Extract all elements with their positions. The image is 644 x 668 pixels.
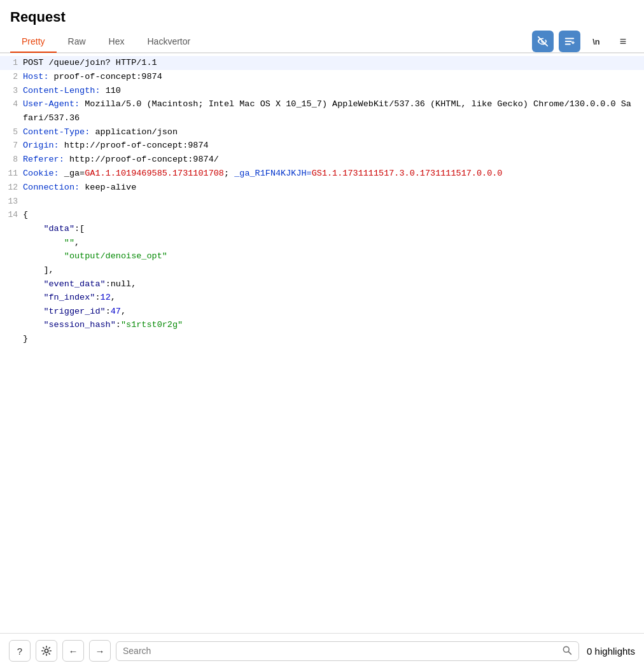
code-line-json-bracket: ],: [0, 263, 644, 277]
line-num-4: 4: [0, 97, 23, 111]
search-input[interactable]: [123, 646, 557, 656]
line-content-12: Connection: keep-alive: [23, 181, 644, 195]
request-header: Request: [0, 0, 644, 31]
eye-off-button[interactable]: [532, 31, 554, 52]
line-content-json-trigger: "trigger_id":47,: [23, 305, 644, 319]
highlights-count: 0 highlights: [587, 646, 635, 657]
code-line-2: 2 Host: proof-of-concept:9874: [0, 70, 644, 84]
code-line-json-event: "event_data":null,: [0, 277, 644, 291]
line-content-7: Origin: http://proof-of-concept:9874: [23, 139, 644, 153]
code-line-json-trigger: "trigger_id":47,: [0, 305, 644, 319]
line-num-json-fn: [0, 291, 23, 291]
tabs-right: \n ≡: [532, 31, 634, 52]
search-box: [116, 641, 579, 661]
line-num-2: 2: [0, 70, 23, 84]
menu-button[interactable]: ≡: [612, 31, 634, 52]
line-num-json-denoise: [0, 249, 23, 250]
tabs-left: Pretty Raw Hex Hackvertor: [10, 31, 532, 52]
line-num-8: 8: [0, 153, 23, 167]
line-num-json-close: [0, 332, 23, 333]
line-num-json-data: [0, 222, 23, 223]
line-content-3: Content-Length: 110: [23, 84, 644, 98]
line-content-11: Cookie: _ga=GA1.1.1019469585.1731101708;…: [23, 167, 644, 181]
line-content-json-empty: "",: [23, 236, 644, 250]
line-content-14: {: [23, 208, 644, 222]
line-num-5: 5: [0, 125, 23, 139]
line-content-json-event: "event_data":null,: [23, 277, 644, 291]
line-content-json-denoise: "output/denoise_opt": [23, 249, 644, 263]
line-num-12: 12: [0, 181, 23, 195]
line-num-13: 13: [0, 195, 23, 209]
line-num-json-session: [0, 318, 23, 319]
line-content-2: Host: proof-of-concept:9874: [23, 70, 644, 84]
code-line-json-close: }: [0, 332, 644, 346]
svg-rect-0: [565, 38, 574, 39]
line-content-json-fn: "fn_index":12,: [23, 291, 644, 305]
code-line-11: 11 Cookie: _ga=GA1.1.1019469585.17311017…: [0, 167, 644, 181]
line-num-3: 3: [0, 84, 23, 98]
line-content-8: Referer: http://proof-of-concept:9874/: [23, 153, 644, 167]
line-content-5: Content-Type: application/json: [23, 125, 644, 139]
tab-raw[interactable]: Raw: [57, 31, 97, 52]
svg-rect-2: [565, 44, 571, 45]
settings-button[interactable]: [36, 640, 57, 662]
code-line-json-empty-str: "",: [0, 236, 644, 250]
code-line-json-fn: "fn_index":12,: [0, 291, 644, 305]
code-line-14: 14 {: [0, 208, 644, 222]
tab-hex[interactable]: Hex: [97, 31, 136, 52]
code-line-json-session: "session_hash":"s1rtst0r2g": [0, 318, 644, 332]
eye-off-icon: [537, 36, 549, 47]
code-line-7: 7 Origin: http://proof-of-concept:9874: [0, 139, 644, 153]
forward-button[interactable]: →: [89, 640, 111, 662]
back-button[interactable]: ←: [62, 640, 84, 662]
back-icon: ←: [69, 646, 78, 657]
search-icon: [562, 645, 572, 657]
line-content-1: POST /queue/join? HTTP/1.1: [23, 56, 644, 70]
code-line-json-denoise: "output/denoise_opt": [0, 249, 644, 263]
svg-rect-1: [565, 41, 572, 42]
newline-button[interactable]: \n: [585, 31, 607, 52]
code-line-8: 8 Referer: http://proof-of-concept:9874/: [0, 153, 644, 167]
line-num-json-empty: [0, 236, 23, 237]
line-content-json-session: "session_hash":"s1rtst0r2g": [23, 318, 644, 332]
wrap-button[interactable]: [559, 31, 580, 52]
tab-pretty[interactable]: Pretty: [10, 31, 57, 52]
line-num-json-event: [0, 277, 23, 278]
code-line-1: 1 POST /queue/join? HTTP/1.1: [0, 56, 644, 70]
code-line-json-data: "data":[: [0, 222, 644, 236]
line-content-json-close: }: [23, 332, 644, 346]
help-icon: ?: [17, 646, 22, 657]
tabs-bar: Pretty Raw Hex Hackvertor \n ≡: [0, 31, 644, 53]
code-line-5: 5 Content-Type: application/json: [0, 125, 644, 139]
line-content-4: User-Agent: Mozilla/5.0 (Macintosh; Inte…: [23, 97, 644, 125]
gear-icon: [41, 645, 52, 657]
code-line-13: 13: [0, 195, 644, 209]
line-num-json-trigger: [0, 305, 23, 305]
tab-hackvertor[interactable]: Hackvertor: [136, 31, 202, 52]
line-content-json-data: "data":[: [23, 222, 644, 236]
line-num-1: 1: [0, 56, 23, 70]
code-line-12: 12 Connection: keep-alive: [0, 181, 644, 195]
line-content-json-bracket: ],: [23, 263, 644, 277]
code-line-3: 3 Content-Length: 110: [0, 84, 644, 98]
help-button[interactable]: ?: [9, 640, 31, 662]
code-area: 1 POST /queue/join? HTTP/1.1 2 Host: pro…: [0, 53, 644, 633]
line-num-json-bracket: [0, 263, 23, 264]
code-line-4: 4 User-Agent: Mozilla/5.0 (Macintosh; In…: [0, 97, 644, 125]
line-content-13: [23, 195, 644, 209]
forward-icon: →: [95, 646, 105, 657]
line-num-14: 14: [0, 208, 23, 222]
wrap-icon: [564, 36, 575, 47]
page-title: Request: [10, 9, 634, 25]
svg-point-3: [45, 649, 48, 652]
line-num-7: 7: [0, 139, 23, 153]
line-num-11: 11: [0, 167, 23, 181]
footer-bar: ? ← → 0 highlights: [0, 633, 644, 668]
